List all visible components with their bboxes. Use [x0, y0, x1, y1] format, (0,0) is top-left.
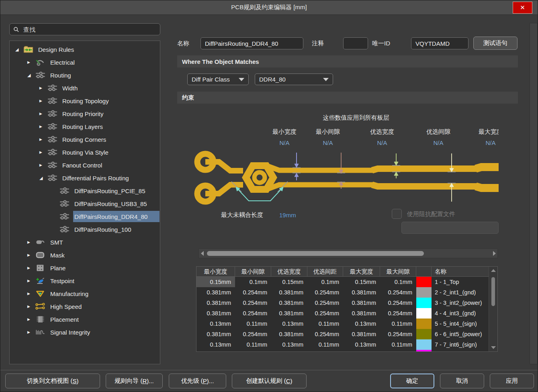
horizontal-scrollbar[interactable]	[198, 249, 498, 258]
max-uncoupled-length-value[interactable]: 19mm	[279, 212, 296, 218]
cell-preferred-gap[interactable]: 0.254mm	[307, 298, 343, 308]
expand-arrow-icon[interactable]: ▶	[27, 317, 35, 321]
expand-arrow-icon[interactable]: ▶	[27, 240, 35, 244]
expand-arrow-icon[interactable]: ▶	[27, 304, 35, 308]
column-header-max-gap[interactable]: 最大间隙	[380, 267, 416, 277]
tree-item-smt[interactable]: ▶SMT	[10, 236, 160, 249]
scope-type-dropdown[interactable]: Diff Pair Class	[187, 74, 249, 85]
column-header-preferred-width[interactable]: 优选宽度	[271, 267, 307, 277]
column-header-layer-color[interactable]	[416, 267, 432, 277]
cell-min-width[interactable]: 0.15mm	[196, 277, 235, 287]
cell-preferred-width[interactable]: 0.381mm	[271, 329, 307, 339]
tree-item-routing-priority[interactable]: ▶Routing Priority	[10, 107, 160, 120]
cell-preferred-width[interactable]	[271, 350, 307, 352]
layer-name[interactable]: 5 - 5_int4_(sign)	[432, 318, 489, 329]
cell-max-gap[interactable]: 0.254mm	[380, 298, 416, 308]
column-header-name[interactable]: 名称	[432, 267, 489, 277]
cell-preferred-width[interactable]: 0.13mm	[271, 318, 307, 329]
tree-item-routing-corners[interactable]: ▶Routing Corners	[10, 133, 160, 146]
cell-max-width[interactable]: 0.381mm	[343, 329, 380, 339]
tree-item-routing-topology[interactable]: ▶Routing Topology	[10, 94, 160, 107]
layer-name[interactable]: 6 - 6_int5_(power)	[432, 329, 489, 339]
expand-arrow-icon[interactable]: ▶	[27, 292, 35, 296]
cell-min-gap[interactable]: 0.1mm	[235, 277, 271, 287]
cell-max-gap[interactable]: 0.11mm	[380, 339, 416, 350]
cell-max-gap[interactable]: 0.11mm	[380, 318, 416, 329]
layer-name[interactable]: 7 - 7_int6_(sign)	[432, 339, 489, 350]
constraint-column-value[interactable]: N/A	[306, 139, 350, 146]
cell-max-width[interactable]: 0.381mm	[343, 287, 380, 298]
layer-color-swatch[interactable]	[416, 329, 432, 339]
cell-min-gap[interactable]	[235, 350, 271, 352]
layer-color-swatch[interactable]	[416, 298, 432, 308]
panel-scrollbar-track[interactable]	[530, 23, 538, 364]
cell-min-gap[interactable]: 0.254mm	[235, 298, 271, 308]
ok-button[interactable]: 确定	[390, 374, 434, 388]
apply-button[interactable]: 应用	[490, 374, 534, 388]
tree-item-diffpairsrouting-pcie-85[interactable]: DiffPairsRouting_PCIE_85	[10, 184, 160, 197]
expand-arrow-icon[interactable]: ▶	[27, 266, 35, 270]
cell-max-gap[interactable]: 0.254mm	[380, 329, 416, 339]
cell-max-width[interactable]: 0.381mm	[343, 308, 380, 318]
expand-arrow-icon[interactable]: ▶	[27, 253, 35, 257]
expand-arrow-icon[interactable]: ▶	[39, 150, 47, 154]
cell-min-width[interactable]: 0.381mm	[196, 308, 235, 318]
expand-arrow-icon[interactable]: ▶	[39, 125, 47, 129]
cell-preferred-width[interactable]: 0.15mm	[271, 277, 307, 287]
horizontal-scrollbar-thumb[interactable]	[207, 251, 424, 256]
constraint-column-value[interactable]: N/A	[360, 139, 404, 146]
cell-max-gap[interactable]: 0.254mm	[380, 308, 416, 318]
cell-max-width[interactable]: 0.15mm	[343, 277, 380, 287]
switch-to-document-view-button[interactable]: 切换到文档视图 (S)	[5, 374, 100, 388]
expand-arrow-icon[interactable]: ◢	[15, 47, 23, 52]
expand-arrow-icon[interactable]: ▶	[27, 330, 35, 334]
tree-item-mask[interactable]: ▶Mask	[10, 249, 160, 261]
layer-color-swatch[interactable]	[416, 350, 432, 352]
cell-preferred-gap[interactable]: 0.254mm	[307, 287, 343, 298]
layer-color-swatch[interactable]	[416, 318, 432, 329]
scroll-down-arrow-icon[interactable]	[491, 346, 496, 349]
expand-arrow-icon[interactable]: ▶	[39, 86, 47, 90]
tree-item-high-speed[interactable]: ▶High Speed	[10, 300, 160, 313]
name-input[interactable]	[200, 37, 303, 49]
scroll-right-arrow-icon[interactable]	[491, 249, 497, 258]
layer-color-swatch[interactable]	[416, 308, 432, 318]
impedance-profile-checkbox[interactable]	[392, 209, 402, 219]
cell-preferred-gap[interactable]: 0.254mm	[307, 308, 343, 318]
unique-id-input[interactable]	[411, 37, 468, 49]
expand-arrow-icon[interactable]: ◢	[27, 73, 35, 78]
layer-name[interactable]: 4 - 4_int3_(gnd)	[432, 308, 489, 318]
constraint-column-value[interactable]: N/A	[262, 139, 307, 146]
cell-preferred-gap[interactable]: 0.11mm	[307, 318, 343, 329]
layer-name[interactable]: 1 - 1_Top	[432, 277, 489, 287]
layer-color-swatch[interactable]	[416, 339, 432, 350]
scroll-up-arrow-icon[interactable]	[491, 269, 496, 272]
tree-item-differential-pairs-routing[interactable]: ◢Differential Pairs Routing	[10, 172, 160, 184]
tree-item-diffpairsrouting-100[interactable]: DiffPairsRouting_100	[10, 223, 160, 236]
scroll-left-arrow-icon[interactable]	[199, 249, 205, 258]
cell-min-gap[interactable]: 0.11mm	[235, 339, 271, 350]
create-default-rules-button[interactable]: 创建默认规则 (C)	[232, 374, 307, 388]
cell-min-gap[interactable]: 0.254mm	[235, 308, 271, 318]
expand-arrow-icon[interactable]: ▶	[27, 60, 35, 64]
tree-item-diffpairsrouting-usb3-85[interactable]: DiffPairsRouting_USB3_85	[10, 197, 160, 210]
expand-arrow-icon[interactable]: ▶	[39, 137, 47, 141]
cell-min-width[interactable]: 0.381mm	[196, 298, 235, 308]
priorities-button[interactable]: 优先级 (P)...	[169, 374, 226, 388]
cell-min-width[interactable]	[196, 350, 235, 352]
cell-min-gap[interactable]: 0.254mm	[235, 329, 271, 339]
cell-min-width[interactable]: 0.13mm	[196, 318, 235, 329]
rule-wizard-button[interactable]: 规则向导 (R)...	[106, 374, 163, 388]
tree-item-diffpairsrouting-ddr4-80[interactable]: DiffPairsRouting_DDR4_80	[10, 210, 160, 223]
layer-name[interactable]: 2 - 2_int1_(gnd)	[432, 287, 489, 298]
tree-item-routing-via-style[interactable]: ▶Routing Via Style	[10, 146, 160, 159]
cell-max-width[interactable]	[343, 350, 380, 352]
cell-max-gap[interactable]	[380, 350, 416, 352]
cell-max-gap[interactable]: 0.1mm	[380, 277, 416, 287]
expand-arrow-icon[interactable]: ▶	[27, 279, 35, 283]
cell-preferred-gap[interactable]	[307, 350, 343, 352]
expand-arrow-icon[interactable]: ◢	[39, 176, 47, 181]
tree-item-width[interactable]: ▶Width	[10, 82, 160, 94]
layer-name[interactable]: 3 - 3_int2_(power)	[432, 298, 489, 308]
cell-max-width[interactable]: 0.13mm	[343, 339, 380, 350]
